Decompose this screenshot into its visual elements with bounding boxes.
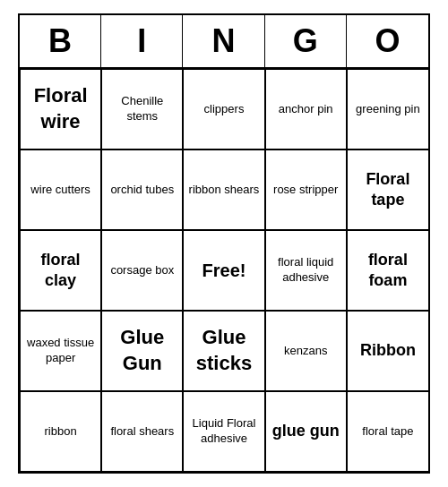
bingo-cell: glue gun <box>265 391 347 472</box>
bingo-cell: rose stripper <box>265 150 347 230</box>
header-letter: G <box>265 15 347 67</box>
bingo-card: BINGO Floral wireChenille stemsclippersa… <box>18 13 430 474</box>
bingo-cell: clippers <box>183 69 264 150</box>
bingo-cell: Floral tape <box>347 150 428 230</box>
bingo-cell: Ribbon <box>347 311 428 391</box>
bingo-cell: corsage box <box>101 230 183 311</box>
bingo-cell: greening pin <box>347 69 428 150</box>
header-letter: B <box>20 15 101 67</box>
bingo-cell: anchor pin <box>265 69 347 150</box>
bingo-cell: floral liquid adhesive <box>265 230 347 311</box>
header-letter: N <box>183 15 264 67</box>
bingo-cell: kenzans <box>265 311 347 391</box>
bingo-grid: Floral wireChenille stemsclippersanchor … <box>20 69 428 472</box>
bingo-cell: Chenille stems <box>101 69 183 150</box>
header-letter: I <box>101 15 183 67</box>
bingo-cell: Glue Gun <box>101 311 183 391</box>
bingo-cell: Floral wire <box>20 69 101 150</box>
bingo-cell: floral shears <box>101 391 183 472</box>
bingo-cell: floral foam <box>347 230 428 311</box>
bingo-cell: ribbon <box>20 391 101 472</box>
header-letter: O <box>347 15 428 67</box>
bingo-cell: Free! <box>183 230 264 311</box>
bingo-cell: wire cutters <box>20 150 101 230</box>
bingo-cell: floral tape <box>347 391 428 472</box>
bingo-cell: Glue sticks <box>183 311 264 391</box>
bingo-cell: ribbon shears <box>183 150 264 230</box>
bingo-header: BINGO <box>20 15 428 69</box>
bingo-cell: Liquid Floral adhesive <box>183 391 264 472</box>
bingo-cell: waxed tissue paper <box>20 311 101 391</box>
bingo-cell: floral clay <box>20 230 101 311</box>
bingo-cell: orchid tubes <box>101 150 183 230</box>
